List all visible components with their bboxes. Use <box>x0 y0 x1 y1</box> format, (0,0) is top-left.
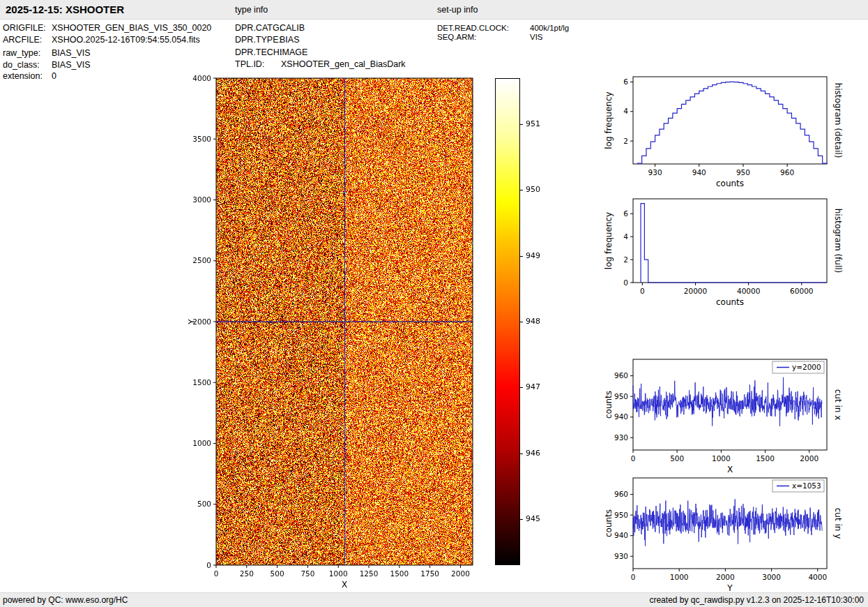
svg-text:4: 4 <box>623 232 628 241</box>
seq-arm-value: VIS <box>530 33 543 41</box>
svg-text:0: 0 <box>631 454 636 463</box>
setup-info-header: set-up info <box>437 5 478 15</box>
tpl-id-label: TPL.ID: <box>235 59 264 69</box>
svg-text:1000: 1000 <box>712 454 731 463</box>
histogram-detail-plot: 930940950960246countslog frequencyhistog… <box>602 71 844 192</box>
svg-text:4000: 4000 <box>808 573 827 581</box>
colorbar-tick-label: 948 <box>526 317 540 326</box>
colorbar-tick-label: 947 <box>526 382 540 391</box>
svg-text:40000: 40000 <box>737 287 760 295</box>
footer-created-by: created by qc_rawdisp.py v1.2.3 on 2025-… <box>649 595 864 605</box>
bias-image-plot: 0250500750100012501500175020000500100015… <box>185 73 489 597</box>
svg-text:940: 940 <box>614 531 628 539</box>
svg-text:2500: 2500 <box>192 256 211 264</box>
svg-text:4000: 4000 <box>192 74 211 82</box>
svg-text:counts: counts <box>716 297 744 307</box>
svg-text:3000: 3000 <box>762 573 781 581</box>
colorbar-tick-label: 950 <box>526 185 540 194</box>
rawtype-value: BIAS_VIS <box>52 48 91 58</box>
colorbar-tick-label: 946 <box>526 449 540 458</box>
svg-text:counts: counts <box>604 391 614 419</box>
svg-text:2000: 2000 <box>451 569 470 578</box>
svg-text:500: 500 <box>271 569 284 578</box>
svg-text:0: 0 <box>640 287 645 295</box>
read-clock-value: 400k/1pt/lg <box>530 24 569 32</box>
svg-text:500: 500 <box>670 454 684 463</box>
svg-text:3500: 3500 <box>192 135 211 143</box>
svg-text:X: X <box>342 580 347 590</box>
svg-text:950: 950 <box>736 168 750 177</box>
cut-in-y-plot: 01000200030004000930940950960Ycountscut … <box>602 472 844 597</box>
colorbar-tick-mark <box>520 519 523 520</box>
colorbar-tick-mark <box>520 190 523 190</box>
svg-text:0: 0 <box>631 573 636 581</box>
dpr-tech-label: DPR.TECH: <box>235 47 282 57</box>
svg-text:0: 0 <box>206 561 211 569</box>
svg-text:500: 500 <box>197 500 211 508</box>
svg-text:Y: Y <box>187 319 197 325</box>
svg-text:750: 750 <box>300 569 314 578</box>
footer-powered-by: powered by QC: www.eso.org/HC <box>3 595 128 605</box>
svg-text:960: 960 <box>614 371 628 380</box>
arcfile-label: ARCFILE: <box>3 35 42 45</box>
svg-text:930: 930 <box>614 433 628 442</box>
svg-text:930: 930 <box>648 168 662 177</box>
tpl-id-value: XSHOOTER_gen_cal_BiasDark <box>281 59 406 69</box>
rawtype-label: raw_type: <box>3 48 40 58</box>
svg-text:1000: 1000 <box>192 439 211 447</box>
svg-text:histogram (full): histogram (full) <box>833 209 843 273</box>
qc-report-page: { "header": { "title": "2025-12-15: XSHO… <box>0 0 868 607</box>
svg-text:Y: Y <box>726 583 733 593</box>
arcfile-value: XSHOO.2025-12-16T09:54:55.054.fits <box>52 35 200 45</box>
doclass-label: do_class: <box>3 60 40 70</box>
svg-text:y=2000: y=2000 <box>792 363 821 371</box>
svg-text:20000: 20000 <box>684 287 707 295</box>
svg-text:1000: 1000 <box>670 573 689 581</box>
svg-text:2: 2 <box>623 255 628 264</box>
histogram-full-plot: 02000040000600000246countslog frequencyh… <box>602 193 844 310</box>
svg-text:950: 950 <box>614 392 628 400</box>
origfile-label: ORIGFILE: <box>3 23 46 33</box>
svg-text:log frequency: log frequency <box>604 91 614 149</box>
svg-text:940: 940 <box>614 412 628 421</box>
svg-text:cut in x: cut in x <box>833 389 843 421</box>
svg-text:0: 0 <box>214 569 219 578</box>
svg-text:1250: 1250 <box>360 569 379 578</box>
svg-text:0: 0 <box>623 278 628 287</box>
colorbar-tick-label: 949 <box>526 251 540 260</box>
extension-label: extension: <box>3 71 43 81</box>
dpr-catg-value: CALIB <box>280 23 305 33</box>
svg-text:950: 950 <box>614 511 628 519</box>
colorbar-tick-mark <box>520 322 523 322</box>
svg-text:log frequency: log frequency <box>604 212 614 269</box>
svg-text:histogram (detail): histogram (detail) <box>833 83 843 158</box>
cut-in-x-plot: 0500100015002000930940950960Xcountscut i… <box>602 354 844 478</box>
dpr-type-label: DPR.TYPE: <box>235 35 281 45</box>
header-bar: 2025-12-15: XSHOOTER type info set-up in… <box>0 0 868 20</box>
colorbar-tick-mark <box>520 454 523 454</box>
colorbar <box>495 78 520 565</box>
svg-text:1500: 1500 <box>192 378 211 387</box>
svg-text:x=1053: x=1053 <box>792 481 821 490</box>
bias-image-canvas <box>216 78 473 565</box>
colorbar-tick-mark <box>520 256 523 257</box>
svg-text:2000: 2000 <box>800 454 818 463</box>
read-clock-label: DET.READ.CLOCK: <box>437 24 509 32</box>
extension-value: 0 <box>52 71 56 81</box>
colorbar-tick-labels: 945946947948949950951 <box>520 78 554 565</box>
footer-bar: powered by QC: www.eso.org/HC created by… <box>0 592 868 607</box>
colorbar-tick-label: 945 <box>526 514 540 523</box>
svg-text:1750: 1750 <box>420 569 439 578</box>
svg-text:930: 930 <box>614 552 628 560</box>
seq-arm-label: SEQ.ARM: <box>437 33 476 41</box>
svg-text:6: 6 <box>623 77 628 86</box>
colorbar-tick-label: 951 <box>526 119 540 128</box>
svg-text:6: 6 <box>623 209 628 218</box>
dpr-catg-label: DPR.CATG: <box>235 23 282 33</box>
svg-text:1500: 1500 <box>756 454 775 463</box>
svg-text:960: 960 <box>780 168 794 177</box>
page-title: 2025-12-15: XSHOOTER <box>6 3 124 15</box>
svg-text:3000: 3000 <box>192 195 211 204</box>
svg-text:counts: counts <box>716 179 744 188</box>
svg-text:940: 940 <box>692 168 706 177</box>
